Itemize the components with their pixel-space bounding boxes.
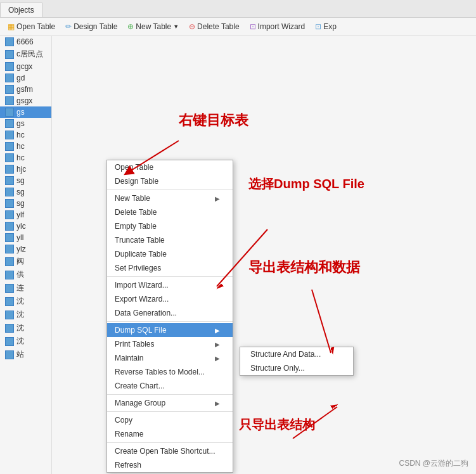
context-menu-item-1[interactable]: Design Table bbox=[107, 174, 233, 188]
sidebar-item-6[interactable]: gs bbox=[0, 106, 51, 118]
open-table-label: Open Table bbox=[16, 22, 55, 31]
context-menu-item-18[interactable]: Rename bbox=[107, 427, 233, 441]
sidebar-item-25[interactable]: 沈 bbox=[0, 335, 51, 348]
submenu-item-0[interactable]: Structure And Data... bbox=[240, 347, 353, 361]
context-menu-item-20[interactable]: Refresh bbox=[107, 458, 233, 472]
context-menu-label-19: Create Open Table Shortcut... bbox=[115, 447, 215, 456]
sidebar-item-1[interactable]: c居民点 bbox=[0, 48, 51, 61]
context-menu-item-9[interactable]: Export Wizard... bbox=[107, 292, 233, 306]
context-menu-item-10[interactable]: Data Generation... bbox=[107, 306, 233, 320]
sidebar-item-8[interactable]: hc bbox=[0, 129, 51, 141]
table-icon-18 bbox=[5, 245, 14, 253]
import-wizard-btn[interactable]: ⊡ Import Wizard bbox=[246, 20, 309, 33]
sidebar-item-4[interactable]: gsfm bbox=[0, 84, 51, 95]
context-menu-item-12[interactable]: Print Tables▶ bbox=[107, 337, 233, 351]
submenu-item-1[interactable]: Structure Only... bbox=[240, 361, 353, 375]
open-table-btn[interactable]: ▦ Open Table bbox=[4, 20, 59, 33]
design-table-btn[interactable]: ✏ Design Table bbox=[61, 20, 121, 33]
context-menu-arrow-12: ▶ bbox=[215, 341, 220, 348]
sidebar-item-17[interactable]: yll bbox=[0, 232, 51, 243]
context-menu-item-2[interactable]: New Table▶ bbox=[107, 191, 233, 205]
main-window: Objects ▦ Open Table ✏ Design Table ⊕ Ne… bbox=[0, 0, 476, 474]
sep-after-7 bbox=[107, 276, 233, 277]
table-icon-22 bbox=[5, 297, 14, 306]
sidebar-item-0[interactable]: 6666 bbox=[0, 36, 51, 48]
sidebar-item-24[interactable]: 沈 bbox=[0, 321, 51, 335]
sidebar-item-5[interactable]: gsgx bbox=[0, 95, 51, 106]
context-menu-label-4: Empty Table bbox=[115, 222, 157, 231]
context-menu-label-17: Copy bbox=[115, 416, 132, 425]
sidebar-item-10[interactable]: hc bbox=[0, 152, 51, 163]
sidebar-item-19[interactable]: 阀 bbox=[0, 255, 51, 268]
new-table-btn[interactable]: ⊕ New Table ▼ bbox=[124, 20, 183, 33]
annotation-export-structure: 只导出表结构 bbox=[239, 416, 315, 433]
content-area: 6666c居民点gcgxgdgsfmgsgxgsgshchchchjcsgsgs… bbox=[0, 36, 476, 474]
sidebar-item-18[interactable]: ylz bbox=[0, 243, 51, 255]
sidebar-item-15[interactable]: ylf bbox=[0, 209, 51, 221]
table-icon-10 bbox=[5, 153, 14, 162]
sidebar-item-11[interactable]: hjc bbox=[0, 163, 51, 175]
export-icon: ⊡ bbox=[315, 22, 321, 31]
context-menu-item-3[interactable]: Delete Table bbox=[107, 205, 233, 219]
export-label: Exp bbox=[323, 22, 337, 31]
sep-after-18 bbox=[107, 442, 233, 443]
context-menu-item-0[interactable]: Open Table bbox=[107, 160, 233, 174]
table-icon-8 bbox=[5, 131, 14, 139]
sidebar-item-26[interactable]: 站 bbox=[0, 348, 51, 361]
context-menu-item-5[interactable]: Truncate Table bbox=[107, 233, 233, 247]
table-icon-11 bbox=[5, 165, 14, 174]
new-table-label: New Table bbox=[136, 22, 171, 31]
delete-table-label: Delete Table bbox=[197, 22, 240, 31]
sidebar-item-9[interactable]: hc bbox=[0, 141, 51, 152]
table-icon-2 bbox=[5, 62, 14, 71]
context-menu-item-4[interactable]: Empty Table bbox=[107, 219, 233, 233]
sidebar-items-container: 6666c居民点gcgxgdgsfmgsgxgsgshchchchjcsgsgs… bbox=[0, 36, 51, 361]
context-menu-item-15[interactable]: Create Chart... bbox=[107, 379, 233, 393]
table-icon-21 bbox=[5, 284, 14, 293]
table-icon-6 bbox=[5, 108, 14, 117]
sidebar-item-12[interactable]: sg bbox=[0, 175, 51, 186]
context-menu-item-16[interactable]: Manage Group▶ bbox=[107, 396, 233, 410]
sidebar-item-21[interactable]: 连 bbox=[0, 281, 51, 295]
design-table-icon: ✏ bbox=[65, 22, 72, 31]
objects-tab[interactable]: Objects bbox=[0, 3, 42, 17]
context-menu-label-9: Export Wizard... bbox=[115, 295, 169, 304]
sidebar-item-3[interactable]: gd bbox=[0, 72, 51, 84]
sidebar-item-label-26: 站 bbox=[16, 349, 24, 360]
context-menu-item-14[interactable]: Reverse Tables to Model... bbox=[107, 365, 233, 379]
sidebar-item-label-12: sg bbox=[16, 176, 25, 185]
context-menu-label-3: Delete Table bbox=[115, 208, 157, 217]
sidebar-item-20[interactable]: 供 bbox=[0, 268, 51, 281]
context-menu-item-13[interactable]: Maintain▶ bbox=[107, 351, 233, 365]
table-icon-0 bbox=[5, 37, 14, 46]
sidebar-item-14[interactable]: sg bbox=[0, 198, 51, 209]
annotation-right-click: 右键目标表 bbox=[179, 111, 248, 130]
delete-table-btn[interactable]: ⊖ Delete Table bbox=[185, 20, 243, 33]
table-icon-24 bbox=[5, 324, 14, 333]
sidebar-item-22[interactable]: 沈 bbox=[0, 295, 51, 308]
context-menu-arrow-11: ▶ bbox=[215, 327, 220, 334]
export-btn[interactable]: ⊡ Exp bbox=[311, 20, 340, 33]
import-wizard-label: Import Wizard bbox=[258, 22, 306, 31]
context-menu-item-6[interactable]: Duplicate Table bbox=[107, 247, 233, 261]
context-menu-item-8[interactable]: Import Wizard... bbox=[107, 278, 233, 292]
sidebar-item-label-21: 连 bbox=[16, 283, 24, 293]
context-menu-item-17[interactable]: Copy bbox=[107, 413, 233, 427]
sidebar-item-label-3: gd bbox=[16, 74, 25, 82]
context-menu-item-7[interactable]: Set Privileges bbox=[107, 261, 233, 275]
table-icon-26 bbox=[5, 350, 14, 359]
design-table-label: Design Table bbox=[74, 22, 117, 31]
context-menu-label-20: Refresh bbox=[115, 461, 141, 470]
sidebar-item-label-11: hjc bbox=[16, 165, 26, 174]
sidebar-item-label-17: yll bbox=[16, 233, 23, 242]
sidebar-item-13[interactable]: sg bbox=[0, 186, 51, 198]
sidebar-item-16[interactable]: ylc bbox=[0, 221, 51, 232]
context-menu-item-11[interactable]: Dump SQL File▶ bbox=[107, 323, 233, 337]
sidebar-item-2[interactable]: gcgx bbox=[0, 61, 51, 72]
context-menu-item-19[interactable]: Create Open Table Shortcut... bbox=[107, 444, 233, 458]
sidebar-item-label-5: gsgx bbox=[16, 96, 32, 105]
sidebar-item-23[interactable]: 沈 bbox=[0, 308, 51, 321]
toolbar: ▦ Open Table ✏ Design Table ⊕ New Table … bbox=[0, 18, 476, 36]
annotation-export-data: 导出表结构和数据 bbox=[248, 258, 360, 277]
sidebar-item-7[interactable]: gs bbox=[0, 118, 51, 129]
